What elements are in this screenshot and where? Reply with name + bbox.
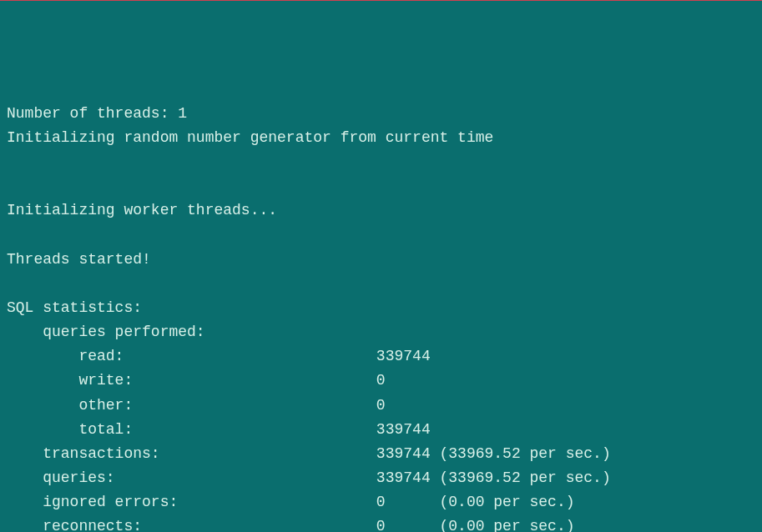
terminal-output: Number of threads: 1 Initializing random…	[7, 102, 755, 532]
init-workers-line: Initializing worker threads...	[7, 202, 277, 218]
write-stat-line: write: 0	[7, 372, 386, 389]
queries-line: queries: 339744 (33969.52 per sec.)	[7, 469, 611, 486]
threads-line: Number of threads: 1	[7, 105, 187, 122]
other-stat-line: other: 0	[7, 397, 386, 414]
read-stat-line: read: 339744	[7, 348, 431, 364]
sql-stats-header: SQL statistics:	[7, 299, 142, 316]
threads-started-line: Threads started!	[7, 251, 151, 268]
reconnects-line: reconnects: 0 (0.00 per sec.)	[7, 518, 575, 532]
queries-performed-header: queries performed:	[7, 324, 205, 340]
ignored-errors-line: ignored errors: 0 (0.00 per sec.)	[7, 494, 575, 510]
transactions-line: transactions: 339744 (33969.52 per sec.)	[7, 445, 611, 462]
init-rng-line: Initializing random number generator fro…	[7, 129, 493, 146]
total-stat-line: total: 339744	[7, 421, 431, 438]
